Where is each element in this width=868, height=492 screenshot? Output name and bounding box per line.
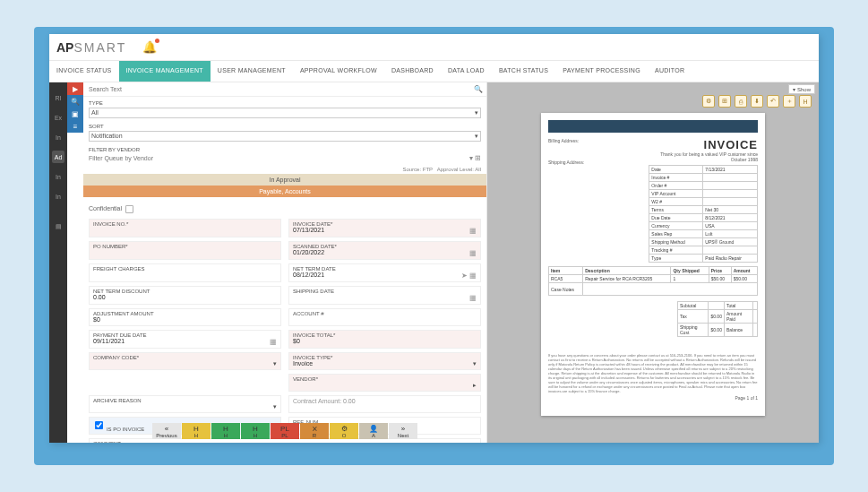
approval-meta: Approval Level: All — [437, 167, 481, 172]
archive-label: ARCHIVE REASON — [93, 398, 277, 403]
shipping-label: Shipping Address: — [548, 160, 642, 165]
toolbar-btn-4[interactable]: ↶ — [767, 95, 779, 108]
net-term-disc-label: NET TERM DISCOUNT — [93, 289, 277, 294]
calendar-icon[interactable]: ▦ — [469, 227, 477, 235]
confidential-label: Confidential — [89, 205, 122, 211]
company-label: COMPANY CODE* — [93, 355, 277, 360]
action-next[interactable]: »Next — [389, 423, 417, 439]
page-number: Page 1 of 1 — [548, 395, 758, 401]
tab-auditor[interactable]: AUDITOR — [648, 61, 692, 82]
shipping-date-label: SHIPPING DATE — [293, 289, 477, 294]
action-bar: «PreviousHHHHHHPLPL⨯R⚙O👤A»Next — [83, 423, 486, 439]
adj-amount-label: ADJUSTMENT AMOUNT — [93, 311, 277, 316]
invoice-no-label: INVOICE NO.* — [93, 221, 277, 227]
left-rail: RI Ex In Ad In In ▤ — [49, 82, 67, 443]
doc-header-bar — [548, 120, 758, 133]
action-pl[interactable]: PLPL — [271, 423, 299, 439]
tab-payment-processing[interactable]: PAYMENT PROCESSING — [555, 61, 648, 82]
action-o[interactable]: ⚙O — [330, 423, 358, 439]
toolbar-btn-0[interactable]: ⚙ — [702, 95, 715, 108]
toolbar-btn-3[interactable]: ⬇ — [751, 95, 763, 108]
tab-invoice-status[interactable]: INVOICE STATUS — [49, 61, 119, 82]
pay-due-value[interactable]: 09/11/2021 — [93, 338, 125, 344]
strip-icon-4[interactable]: ≡ — [67, 120, 83, 133]
tab-user-management[interactable]: USER MANAGEMENT — [211, 61, 293, 82]
tab-dashboard[interactable]: DASHBOARD — [384, 61, 441, 82]
rail-ad[interactable]: Ad — [52, 151, 64, 163]
search-icon[interactable]: 🔍 — [474, 85, 483, 93]
po-number-label: PO NUMBER* — [93, 244, 277, 249]
action-h[interactable]: HH — [241, 423, 270, 439]
sort-select[interactable]: Notification▾ — [89, 131, 481, 142]
inv-total-label: INVOICE TOTAL* — [293, 332, 477, 338]
action-previous[interactable]: «Previous — [152, 423, 181, 439]
rail-in2[interactable]: In — [52, 170, 64, 183]
totals-table: SubtotalTotalTax$0.00Amount PaidShipping… — [677, 301, 758, 337]
rail-ex[interactable]: Ex — [52, 111, 64, 124]
filter-label: FILTER BY VENDOR — [89, 147, 140, 152]
tab-data-load[interactable]: DATA LOAD — [441, 61, 492, 82]
freight-label: FREIGHT CHARGES — [93, 266, 277, 272]
cursor-icon: ➤ ▦ — [461, 272, 477, 280]
main-tabs: INVOICE STATUS INVOICE MANAGEMENT USER M… — [49, 61, 819, 82]
search-input[interactable] — [87, 84, 474, 94]
logo-ap: AP — [56, 40, 73, 55]
scanned-date-value[interactable]: 01/20/2022 — [293, 249, 324, 255]
notification-bell-icon[interactable]: 🔔 — [142, 40, 157, 54]
action-h[interactable]: HH — [182, 423, 211, 439]
calendar-icon[interactable]: ▦ — [469, 294, 477, 302]
adj-amount-value[interactable]: $0 — [93, 316, 100, 323]
calendar-icon[interactable]: ▦ — [270, 338, 277, 346]
line-items-table: ItemDescriptionQty ShippedPriceAmount RC… — [548, 266, 758, 296]
tab-invoice-management[interactable]: INVOICE MANAGEMENT — [119, 61, 211, 82]
status-in-approval: In Approval — [83, 174, 486, 186]
invoice-preview: Billing Address: Shipping Address: INVOI… — [541, 113, 765, 416]
strip-icon-2[interactable]: 🔍 — [67, 95, 83, 108]
show-toggle[interactable]: ▾ Show — [788, 84, 815, 94]
rail-in[interactable]: In — [52, 131, 64, 143]
rail-ri[interactable]: RI — [52, 91, 64, 104]
toolbar-btn-6[interactable]: H — [799, 95, 812, 108]
rail-doc-icon[interactable]: ▤ — [52, 220, 64, 233]
preview-toolbar: ⚙⊞⎙⬇↶＋H — [702, 95, 812, 108]
toolbar-btn-5[interactable]: ＋ — [783, 95, 795, 108]
net-term-disc-value[interactable]: 0.00 — [93, 294, 106, 300]
inv-type-value[interactable]: Invoice — [293, 360, 313, 367]
contract-amount: Contract Amount: 0.00 — [293, 398, 356, 404]
strip-icon-1[interactable]: ▶ — [67, 82, 83, 95]
toolbar-btn-2[interactable]: ⎙ — [735, 95, 747, 108]
inv-type-label: INVOICE TYPE* — [293, 355, 477, 360]
calendar-icon[interactable]: ▦ — [469, 249, 477, 257]
invoice-tag: Thank you for being a valued VIP custome… — [649, 151, 758, 162]
type-select[interactable]: All▾ — [89, 108, 481, 118]
vendor-label: VENDOR* — [293, 376, 477, 382]
action-a[interactable]: 👤A — [359, 423, 388, 439]
tab-approval-workflow[interactable]: APPROVAL WORKFLOW — [293, 61, 384, 82]
action-r[interactable]: ⨯R — [300, 423, 329, 439]
action-h[interactable]: HH — [211, 423, 240, 439]
source-meta: Source: FTP — [402, 167, 433, 172]
sort-label: SORT — [89, 124, 104, 129]
tab-batch-status[interactable]: BATCH STATUS — [492, 61, 555, 82]
rail-in3[interactable]: In — [52, 190, 64, 203]
toolbar-btn-1[interactable]: ⊞ — [718, 95, 731, 108]
strip-icon-3[interactable]: ▣ — [67, 108, 83, 120]
account-label: ACCOUNT # — [293, 311, 477, 316]
filter-value: Filter Queue by Vendor — [89, 155, 153, 161]
net-term-date-value[interactable]: 08/12/2021 — [293, 272, 324, 278]
status-payable: Payable, Accounts — [83, 186, 486, 197]
inv-total-value[interactable]: $0 — [293, 338, 300, 344]
type-label: TYPE — [89, 100, 103, 106]
fine-print: If you have any questions or concerns ab… — [548, 353, 758, 393]
logo-smart: SMART — [73, 40, 126, 55]
confidential-check[interactable] — [125, 205, 133, 213]
comment-label: COMMENT — [93, 441, 477, 443]
case-notes-label: Case Notes — [549, 283, 583, 296]
invoice-title: INVOICE — [649, 138, 758, 151]
invoice-info-table: Date7/13/2021Invoice #Order #VIP Account… — [649, 165, 758, 263]
invoice-date-value[interactable]: 07/13/2021 — [293, 227, 324, 233]
